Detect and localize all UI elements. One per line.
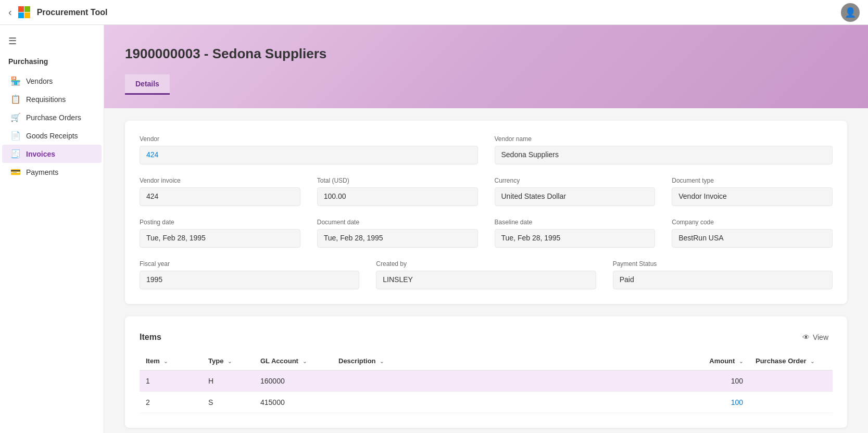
- cell-item: 1: [140, 371, 202, 392]
- sidebar-item-invoices[interactable]: 🧾 Invoices: [2, 145, 102, 163]
- col-header-amount[interactable]: Amount ⌄: [687, 352, 749, 371]
- posting-date-value: Tue, Feb 28, 1995: [140, 229, 300, 248]
- total-label: Total (USD): [317, 177, 478, 184]
- cell-purchase-order: [749, 371, 833, 392]
- app-title: Procurement Tool: [37, 8, 108, 17]
- sidebar-item-label: Purchase Orders: [26, 113, 81, 122]
- table-row[interactable]: 2S415000100: [140, 392, 833, 413]
- items-header: Items 👁 View: [140, 331, 833, 343]
- vendor-field: Vendor 424: [140, 135, 478, 164]
- baseline-date-value: Tue, Feb 28, 1995: [495, 229, 656, 248]
- sidebar-item-purchase-orders[interactable]: 🛒 Purchase Orders: [2, 108, 102, 126]
- col-header-type[interactable]: Type ⌄: [202, 352, 254, 371]
- payments-icon: 💳: [10, 167, 21, 177]
- row-dates: Posting date Tue, Feb 28, 1995 Document …: [140, 219, 833, 248]
- cell-purchase-order: [749, 392, 833, 413]
- fiscal-year-value: 1995: [140, 271, 359, 289]
- company-code-field: Company code BestRun USA: [672, 219, 833, 248]
- hamburger-menu[interactable]: ☰: [0, 31, 104, 55]
- fiscal-year-field: Fiscal year 1995: [140, 260, 359, 289]
- view-button-label: View: [813, 333, 828, 341]
- items-card: Items 👁 View Item ⌄: [125, 316, 847, 428]
- vendor-invoice-label: Vendor invoice: [140, 177, 300, 184]
- total-value: 100.00: [317, 187, 478, 206]
- invoices-icon: 🧾: [10, 149, 21, 159]
- created-by-field: Created by LINSLEY: [376, 260, 596, 289]
- view-button[interactable]: 👁 View: [798, 331, 833, 343]
- created-by-label: Created by: [376, 260, 596, 268]
- vendor-name-field: Vendor name Sedona Suppliers: [495, 135, 833, 164]
- baseline-date-field: Baseline date Tue, Feb 28, 1995: [495, 219, 656, 248]
- total-field: Total (USD) 100.00: [317, 177, 478, 206]
- row-invoice-details: Vendor invoice 424 Total (USD) 100.00 Cu…: [140, 177, 833, 206]
- sort-icon-gl: ⌄: [303, 359, 307, 364]
- sidebar-item-label: Payments: [26, 168, 58, 176]
- fiscal-year-label: Fiscal year: [140, 260, 359, 268]
- eye-icon: 👁: [802, 333, 810, 341]
- company-code-label: Company code: [672, 219, 833, 226]
- goods-receipts-icon: 📄: [10, 131, 21, 141]
- company-code-value: BestRun USA: [672, 229, 833, 248]
- cell-item: 2: [140, 392, 202, 413]
- cell-type: S: [202, 392, 254, 413]
- document-date-value: Tue, Feb 28, 1995: [317, 229, 478, 248]
- posting-date-label: Posting date: [140, 219, 300, 226]
- col-header-description[interactable]: Description ⌄: [332, 352, 687, 371]
- currency-value: United States Dollar: [495, 187, 656, 206]
- tab-details[interactable]: Details: [125, 74, 170, 95]
- vendor-value[interactable]: 424: [140, 146, 478, 164]
- currency-label: Currency: [495, 177, 656, 184]
- cell-description: [332, 371, 687, 392]
- sidebar-item-payments[interactable]: 💳 Payments: [2, 163, 102, 181]
- table-row[interactable]: 1H160000100: [140, 371, 833, 392]
- vendor-name-label: Vendor name: [495, 135, 833, 143]
- col-header-item[interactable]: Item ⌄: [140, 352, 202, 371]
- document-type-label: Document type: [672, 177, 833, 184]
- baseline-date-label: Baseline date: [495, 219, 656, 226]
- items-table: Item ⌄ Type ⌄ GL Account ⌄: [140, 352, 833, 413]
- col-header-gl-account[interactable]: GL Account ⌄: [254, 352, 332, 371]
- sort-icon-amount: ⌄: [739, 359, 743, 364]
- payment-status-field: Payment Status Paid: [613, 260, 833, 289]
- cell-type: H: [202, 371, 254, 392]
- cell-amount: 100: [687, 392, 749, 413]
- requisitions-icon: 📋: [10, 94, 21, 104]
- sort-icon-type: ⌄: [228, 359, 232, 364]
- payment-status-value: Paid: [613, 271, 833, 289]
- row-vendor: Vendor 424 Vendor name Sedona Suppliers: [140, 135, 833, 164]
- currency-field: Currency United States Dollar: [495, 177, 656, 206]
- back-button[interactable]: ‹: [8, 6, 12, 18]
- payment-status-label: Payment Status: [613, 260, 833, 268]
- items-title: Items: [140, 333, 161, 342]
- purchase-orders-icon: 🛒: [10, 112, 21, 122]
- cell-description: [332, 392, 687, 413]
- sidebar-section-title: Purchasing: [0, 55, 104, 72]
- page-title: 1900000003 - Sedona Suppliers: [125, 46, 847, 62]
- cards-area: Vendor 424 Vendor name Sedona Suppliers …: [104, 108, 868, 433]
- user-avatar[interactable]: 👤: [841, 3, 860, 22]
- sort-icon-item: ⌄: [163, 359, 168, 364]
- sidebar-item-label: Goods Receipts: [26, 132, 78, 140]
- details-card: Vendor 424 Vendor name Sedona Suppliers …: [125, 121, 847, 304]
- topbar: ‹ Procurement Tool 👤: [0, 0, 868, 25]
- vendor-label: Vendor: [140, 135, 478, 143]
- sidebar-item-requisitions[interactable]: 📋 Requisitions: [2, 90, 102, 108]
- cell-amount: 100: [687, 371, 749, 392]
- sidebar-item-label: Requisitions: [26, 95, 66, 104]
- col-header-purchase-order[interactable]: Purchase Order ⌄: [749, 352, 833, 371]
- sort-icon-desc: ⌄: [380, 359, 384, 364]
- row-fiscal: Fiscal year 1995 Created by LINSLEY Paym…: [140, 260, 833, 289]
- sidebar-item-goods-receipts[interactable]: 📄 Goods Receipts: [2, 126, 102, 145]
- created-by-value: LINSLEY: [376, 271, 596, 289]
- document-type-field: Document type Vendor Invoice: [672, 177, 833, 206]
- content-area: 1900000003 - Sedona Suppliers Details Ve…: [104, 25, 868, 433]
- cell-gl-account: 415000: [254, 392, 332, 413]
- sidebar-item-vendors[interactable]: 🏪 Vendors: [2, 72, 102, 90]
- main-layout: ☰ Purchasing 🏪 Vendors 📋 Requisitions 🛒 …: [0, 25, 868, 433]
- page-header: 1900000003 - Sedona Suppliers Details: [104, 25, 868, 108]
- posting-date-field: Posting date Tue, Feb 28, 1995: [140, 219, 300, 248]
- cell-gl-account: 160000: [254, 371, 332, 392]
- table-header-row: Item ⌄ Type ⌄ GL Account ⌄: [140, 352, 833, 371]
- vendor-invoice-field: Vendor invoice 424: [140, 177, 300, 206]
- vendors-icon: 🏪: [10, 76, 21, 86]
